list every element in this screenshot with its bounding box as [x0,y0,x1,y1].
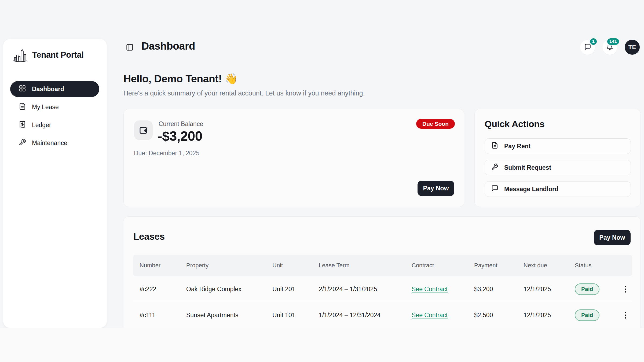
lease-property: Oak Ridge Complex [180,286,266,293]
lease-unit: Unit 201 [266,286,312,293]
table-header-row: Number Property Unit Lease Term Contract… [133,255,632,276]
see-contract-link[interactable]: See Contract [412,312,448,319]
balance-label: Current Balance [159,120,203,128]
message-landlord-button[interactable]: Message Landlord [485,181,631,197]
messages-button[interactable]: 1 [580,40,595,55]
due-date-text: Due: December 1, 2025 [134,150,199,157]
sidebar-item-label: My Lease [32,104,59,111]
top-actions: 1 141 TE [580,40,640,55]
greeting-title: Hello, Demo Tenant! 👋 [123,73,365,85]
col-payment: Payment [468,262,517,269]
wrench-icon [491,163,498,172]
sidebar-item-maintenance[interactable]: Maintenance [10,135,99,151]
status-badge: Paid [575,283,599,295]
col-status: Status [568,262,617,269]
messages-count-badge: 1 [589,38,598,46]
app-viewport: Tenant Portal Dashboard My Lease Ledger [0,0,644,328]
quick-actions-card: Quick Actions Pay Rent Submit Request Me… [474,109,641,207]
action-label: Submit Request [504,164,551,171]
action-label: Pay Rent [504,143,530,150]
avatar[interactable]: TE [625,40,640,55]
lease-next-due: 12/1/2025 [517,312,568,319]
see-contract-link[interactable]: See Contract [412,286,448,293]
col-unit: Unit [266,262,312,269]
lease-payment: $3,200 [468,286,517,293]
lease-payment: $2,500 [468,312,517,319]
lease-property: Sunset Apartments [180,312,266,319]
brand: Tenant Portal [12,47,84,63]
leases-title: Leases [133,231,165,242]
greeting-subtitle: Here's a quick summary of your rental ac… [123,89,365,97]
sidebar-item-label: Ledger [32,121,51,129]
pay-now-button[interactable]: Pay Now [418,181,454,196]
col-contract: Contract [405,262,468,269]
pay-rent-button[interactable]: Pay Rent [485,138,631,154]
page-title: Dashboard [141,40,195,52]
wallet-icon [134,120,153,140]
lease-term: 1/1/2024 – 12/31/2024 [312,312,405,319]
row-actions-button[interactable] [620,283,631,295]
dashboard-icon [19,85,26,94]
sidebar-toggle-button[interactable] [125,43,134,52]
sidebar-item-label: Dashboard [32,86,64,93]
quick-actions-title: Quick Actions [485,119,544,129]
lease-next-due: 12/1/2025 [517,286,568,293]
file-text-icon [491,142,498,150]
lease-unit: Unit 101 [266,312,312,319]
balance-card: Current Balance -$3,200 Due Soon Due: De… [123,109,464,207]
message-icon [491,185,498,193]
wrench-icon [19,139,26,147]
panel-left-icon [126,43,134,52]
submit-request-button[interactable]: Submit Request [485,160,631,175]
sidebar: Tenant Portal Dashboard My Lease Ledger [3,39,107,328]
greeting: Hello, Demo Tenant! 👋 Here's a quick sum… [123,73,365,97]
sidebar-item-my-lease[interactable]: My Lease [10,99,99,115]
notifications-button[interactable]: 141 [602,40,617,55]
leases-pay-now-button[interactable]: Pay Now [594,230,631,245]
table-row: #c222 Oak Ridge Complex Unit 201 2/1/202… [133,276,632,302]
sidebar-item-ledger[interactable]: Ledger [10,117,99,133]
lease-number: #c111 [133,312,180,319]
receipt-icon [19,121,26,130]
row-actions-button[interactable] [620,309,631,321]
notifications-count-badge: 141 [606,38,620,46]
table-row: #c111 Sunset Apartments Unit 101 1/1/202… [133,302,632,328]
col-property: Property [180,262,266,269]
due-soon-badge: Due Soon [416,119,455,129]
lease-term: 2/1/2024 – 1/31/2025 [312,286,405,293]
col-lease-term: Lease Term [312,262,405,269]
sidebar-nav: Dashboard My Lease Ledger Maintenance [10,81,99,151]
col-number: Number [133,262,180,269]
quick-actions-list: Pay Rent Submit Request Message Landlord [485,138,631,197]
leases-card: Leases Pay Now Number Property Unit Leas… [123,216,641,328]
balance-amount: -$3,200 [158,128,202,144]
chat-bubble-icon [584,43,591,51]
action-label: Message Landlord [504,186,558,193]
file-text-icon [19,103,26,112]
sidebar-item-dashboard[interactable]: Dashboard [10,81,99,97]
leases-table: Number Property Unit Lease Term Contract… [133,255,632,328]
buildings-logo-icon [12,47,28,62]
sidebar-item-label: Maintenance [32,139,67,147]
brand-name: Tenant Portal [32,50,84,60]
lease-number: #c222 [133,286,180,293]
col-next-due: Next due [517,262,568,269]
status-badge: Paid [575,309,599,321]
